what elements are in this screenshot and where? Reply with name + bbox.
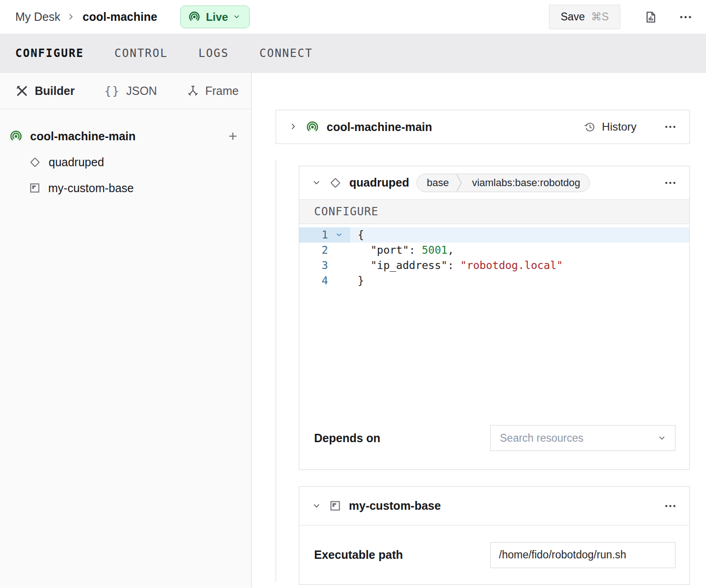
editor-line[interactable]: 3 "ip_address": "robotdog.local" xyxy=(299,258,689,273)
view-frame-label: Frame xyxy=(205,84,239,98)
ellipsis-icon xyxy=(664,177,676,189)
executable-path-label: Executable path xyxy=(314,548,403,562)
tab-configure[interactable]: CONFIGURE xyxy=(15,47,84,60)
add-resource-button[interactable]: + xyxy=(228,129,237,144)
code-token: "ip_address" xyxy=(371,259,448,271)
tree-item-machine-part[interactable]: cool-machine-main + xyxy=(0,123,251,149)
history-clock-icon xyxy=(584,121,596,133)
editor-gutter: 2 xyxy=(299,243,350,258)
badge-separator-icon xyxy=(455,174,463,192)
custom-base-card-header: my-custom-base xyxy=(299,487,689,525)
tree-machine-label: cool-machine-main xyxy=(30,130,136,143)
builder-tools-icon xyxy=(15,84,29,98)
view-builder[interactable]: Builder xyxy=(15,84,75,98)
configure-section-label: CONFIGURE xyxy=(299,199,689,224)
save-label: Save xyxy=(561,11,585,23)
tab-control[interactable]: CONTROL xyxy=(114,47,168,60)
machine-report-button[interactable] xyxy=(644,10,658,24)
collapse-chevron-down-icon[interactable] xyxy=(312,178,321,188)
depends-on-placeholder: Search resources xyxy=(500,432,658,444)
part-icon xyxy=(9,130,23,143)
view-json[interactable]: {} JSON xyxy=(104,84,157,98)
collapse-chevron-down-icon[interactable] xyxy=(312,501,321,511)
breadcrumb-chevron-icon xyxy=(67,13,76,22)
machine-tabbar: CONFIGURE CONTROL LOGS CONNECT xyxy=(0,34,706,73)
custom-base-card-menu-button[interactable] xyxy=(664,500,676,512)
tree-custom-base-label: my-custom-base xyxy=(48,181,134,195)
ellipsis-icon xyxy=(664,500,676,512)
component-model: viamlabs:base:robotdog xyxy=(463,174,590,192)
view-mode-toggle: Builder {} JSON Frame xyxy=(0,73,251,109)
tab-connect[interactable]: CONNECT xyxy=(259,47,313,60)
code-token: : xyxy=(448,259,460,271)
line-number: 1 xyxy=(299,227,328,243)
header-more-menu-button[interactable] xyxy=(679,11,692,24)
live-label: Live xyxy=(206,11,228,24)
view-json-label: JSON xyxy=(126,84,157,98)
editor-gutter: 1 xyxy=(299,227,350,243)
resource-tree: cool-machine-main + quadruped my-custom-… xyxy=(0,109,251,201)
view-builder-label: Builder xyxy=(35,84,75,98)
code-token: "robotdog.local" xyxy=(460,259,563,271)
frame-axes-icon xyxy=(187,85,199,97)
code-token: "port" xyxy=(371,244,409,256)
line-number: 2 xyxy=(299,243,328,258)
code-token xyxy=(358,259,371,271)
fold-chevron-icon xyxy=(335,231,343,239)
code-token: 5001 xyxy=(422,244,448,256)
code-token: : xyxy=(409,244,422,256)
editor-code-line[interactable]: "port": 5001, xyxy=(350,243,689,258)
editor-line[interactable]: 2 "port": 5001, xyxy=(299,243,689,258)
top-header: My Desk cool-machine Live Save ⌘S xyxy=(0,0,706,34)
fold-spacer xyxy=(328,273,350,288)
editor-gutter: 4 xyxy=(299,273,350,288)
editor-line[interactable]: 1{ xyxy=(299,227,689,243)
part-icon xyxy=(306,120,319,134)
breadcrumb-machine-name: cool-machine xyxy=(82,10,157,24)
component-type: base xyxy=(417,174,455,192)
ellipsis-icon xyxy=(679,11,692,24)
machine-card-menu-button[interactable] xyxy=(664,121,676,133)
depends-on-select[interactable]: Search resources xyxy=(490,425,675,451)
editor-code-line[interactable]: } xyxy=(350,273,689,288)
fold-toggle[interactable] xyxy=(328,227,350,243)
process-icon xyxy=(29,182,41,194)
base-diamond-icon xyxy=(29,156,41,169)
editor-code-line[interactable]: { xyxy=(350,227,689,243)
fold-spacer xyxy=(328,243,350,258)
machine-part-card: cool-machine-main History xyxy=(276,110,690,144)
live-status-dropdown[interactable]: Live xyxy=(180,6,250,28)
view-frame[interactable]: Frame xyxy=(187,84,239,98)
custom-base-card-title: my-custom-base xyxy=(349,499,441,513)
machine-card-header: cool-machine-main History xyxy=(276,110,689,144)
live-chevron-down-icon xyxy=(233,13,241,21)
code-token: } xyxy=(358,275,364,287)
code-token xyxy=(358,244,371,256)
editor-code-line[interactable]: "ip_address": "robotdog.local" xyxy=(350,258,689,273)
code-token: { xyxy=(358,229,364,241)
save-button[interactable]: Save ⌘S xyxy=(549,5,620,29)
component-type-model-badge: base viamlabs:base:robotdog xyxy=(416,174,590,192)
process-icon xyxy=(329,500,341,512)
quadruped-card-menu-button[interactable] xyxy=(664,177,676,189)
fold-spacer xyxy=(328,258,350,273)
depends-on-row: Depends on Search resources xyxy=(299,425,689,451)
expand-chevron-right-icon[interactable] xyxy=(289,122,298,131)
editor-gutter: 3 xyxy=(299,258,350,273)
tree-item-quadruped[interactable]: quadruped xyxy=(0,149,251,175)
editor-line[interactable]: 4} xyxy=(299,273,689,288)
breadcrumb-my-desk[interactable]: My Desk xyxy=(15,10,60,24)
breadcrumb: My Desk cool-machine xyxy=(15,10,157,24)
nesting-line xyxy=(276,160,276,582)
quadruped-card-header: quadruped base viamlabs:base:robotdog xyxy=(299,166,689,199)
ellipsis-icon xyxy=(664,121,676,133)
custom-base-process-card: my-custom-base Executable path xyxy=(299,486,690,585)
json-editor[interactable]: 1{2 "port": 5001,3 "ip_address": "robotd… xyxy=(299,224,689,424)
tab-logs[interactable]: LOGS xyxy=(198,47,229,60)
executable-path-input[interactable] xyxy=(490,542,675,568)
tree-item-my-custom-base[interactable]: my-custom-base xyxy=(0,175,251,201)
history-button[interactable]: History xyxy=(584,120,637,133)
select-chevron-down-icon xyxy=(658,434,667,443)
content-area: Builder {} JSON Frame xyxy=(0,73,706,588)
config-sidebar: Builder {} JSON Frame xyxy=(0,73,252,588)
